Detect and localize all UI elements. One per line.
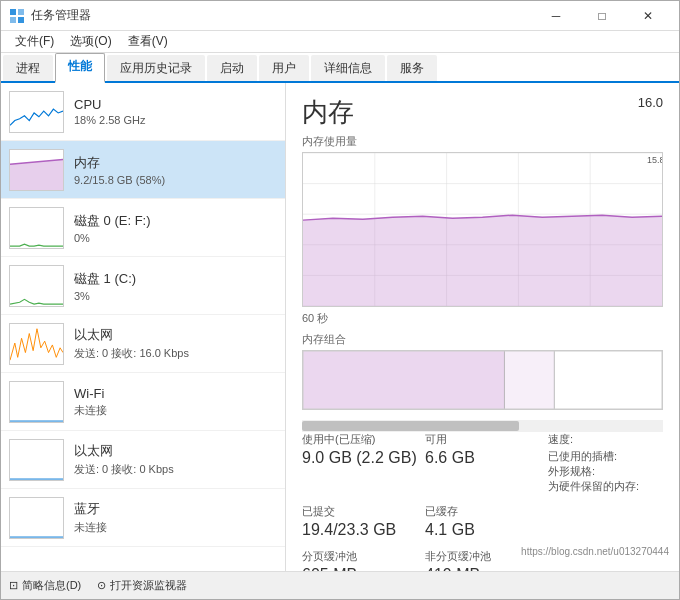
eth1-info: 以太网 发送: 0 接收: 0 Kbps — [74, 442, 277, 477]
sidebar-item-eth0[interactable]: 以太网 发送: 0 接收: 16.0 Kbps — [1, 315, 285, 373]
stat-available: 可用 6.6 GB — [425, 432, 540, 494]
sidebar-item-disk1[interactable]: 磁盘 1 (C:) 3% — [1, 257, 285, 315]
url-watermark: https://blog.csdn.net/u013270444 — [521, 546, 669, 557]
stat-paged-pool: 分页缓冲池 605 MB — [302, 549, 417, 571]
resource-monitor-button[interactable]: ⊙ 打开资源监视器 — [97, 578, 187, 593]
compact-view-button[interactable]: ⊡ 简略信息(D) — [9, 578, 81, 593]
menu-file[interactable]: 文件(F) — [7, 31, 62, 52]
stat-speed-sub3: 为硬件保留的内存: — [548, 479, 663, 494]
disk0-chart-mini — [9, 207, 64, 249]
disk0-detail: 0% — [74, 232, 277, 244]
maximize-button[interactable]: □ — [579, 1, 625, 31]
tab-performance[interactable]: 性能 — [55, 53, 105, 83]
cpu-chart-mini — [9, 91, 64, 133]
title-text: 任务管理器 — [31, 7, 91, 24]
svg-rect-26 — [504, 351, 554, 409]
sidebar-item-bt[interactable]: 蓝牙 未连接 — [1, 489, 285, 547]
bt-chart-mini — [9, 497, 64, 539]
bt-label: 蓝牙 — [74, 500, 277, 518]
eth1-detail: 发送: 0 接收: 0 Kbps — [74, 462, 277, 477]
eth0-detail: 发送: 0 接收: 16.0 Kbps — [74, 346, 277, 361]
mem-label: 内存 — [74, 154, 277, 172]
svg-rect-25 — [303, 351, 504, 409]
stat-paged-value: 605 MB — [302, 566, 417, 571]
mem-detail: 9.2/15.8 GB (58%) — [74, 174, 277, 186]
sidebar-item-memory[interactable]: 内存 9.2/15.8 GB (58%) — [1, 141, 285, 199]
tab-users[interactable]: 用户 — [259, 55, 309, 81]
stat-speed-info: 速度: 已使用的插槽: 外形规格: 为硬件保留的内存: — [548, 432, 663, 494]
stat-speed-sub2: 外形规格: — [548, 464, 663, 479]
disk0-label: 磁盘 0 (E: F:) — [74, 212, 277, 230]
tab-app-history[interactable]: 应用历史记录 — [107, 55, 205, 81]
disk1-info: 磁盘 1 (C:) 3% — [74, 270, 277, 302]
right-panel: 内存 16.0 内存使用量 — [286, 83, 679, 571]
svg-rect-3 — [18, 17, 24, 23]
disk1-detail: 3% — [74, 290, 277, 302]
main-content: CPU 18% 2.58 GHz 内存 9.2/15.8 GB (58%) — [1, 83, 679, 571]
stat-empty — [548, 504, 663, 539]
svg-rect-10 — [10, 382, 63, 422]
bt-info: 蓝牙 未连接 — [74, 500, 277, 535]
sidebar-item-disk0[interactable]: 磁盘 0 (E: F:) 0% — [1, 199, 285, 257]
window-controls: ─ □ ✕ — [533, 1, 671, 31]
svg-rect-1 — [18, 9, 24, 15]
close-button[interactable]: ✕ — [625, 1, 671, 31]
sidebar: CPU 18% 2.58 GHz 内存 9.2/15.8 GB (58%) — [1, 83, 286, 571]
bottom-bar: ⊡ 简略信息(D) ⊙ 打开资源监视器 — [1, 571, 679, 599]
eth0-label: 以太网 — [74, 326, 277, 344]
time-label: 60 秒 — [302, 311, 663, 326]
title-bar-left: 任务管理器 — [9, 7, 91, 24]
disk1-chart-mini — [9, 265, 64, 307]
stat-in-use-value: 9.0 GB (2.2 GB) — [302, 449, 417, 467]
tab-details[interactable]: 详细信息 — [311, 55, 385, 81]
eth0-info: 以太网 发送: 0 接收: 16.0 Kbps — [74, 326, 277, 361]
cpu-label: CPU — [74, 97, 277, 112]
stat-speed-label: 速度: — [548, 432, 663, 447]
panel-title: 内存 — [302, 95, 354, 130]
menu-view[interactable]: 查看(V) — [120, 31, 176, 52]
stat-cached: 已缓存 4.1 GB — [425, 504, 540, 539]
minimize-button[interactable]: ─ — [533, 1, 579, 31]
sidebar-item-cpu[interactable]: CPU 18% 2.58 GHz — [1, 83, 285, 141]
stat-nonpaged-value: 419 MB — [425, 566, 540, 571]
compact-label: 简略信息(D) — [22, 578, 81, 593]
svg-rect-4 — [10, 92, 63, 132]
stat-cached-label: 已缓存 — [425, 504, 540, 519]
mem-chart-mini — [9, 149, 64, 191]
cpu-info: CPU 18% 2.58 GHz — [74, 97, 277, 126]
cpu-detail: 18% 2.58 GHz — [74, 114, 277, 126]
app-icon — [9, 8, 25, 24]
tab-services[interactable]: 服务 — [387, 55, 437, 81]
menu-bar: 文件(F) 选项(O) 查看(V) — [1, 31, 679, 53]
tab-startup[interactable]: 启动 — [207, 55, 257, 81]
bt-detail: 未连接 — [74, 520, 277, 535]
sidebar-item-eth1[interactable]: 以太网 发送: 0 接收: 0 Kbps — [1, 431, 285, 489]
svg-rect-12 — [10, 498, 63, 538]
menu-options[interactable]: 选项(O) — [62, 31, 119, 52]
stat-speed-sub1: 已使用的插槽: — [548, 449, 663, 464]
panel-header: 内存 16.0 — [302, 95, 663, 130]
tab-process[interactable]: 进程 — [3, 55, 53, 81]
task-manager-window: 任务管理器 ─ □ ✕ 文件(F) 选项(O) 查看(V) 进程 性能 应用历史… — [0, 0, 680, 600]
h-scrollbar[interactable] — [302, 420, 663, 432]
h-scrollbar-thumb[interactable] — [302, 421, 519, 431]
svg-text:15.8: 15.8 — [647, 155, 662, 165]
tab-bar: 进程 性能 应用历史记录 启动 用户 详细信息 服务 — [1, 53, 679, 83]
stat-committed: 已提交 19.4/23.3 GB — [302, 504, 417, 539]
stat-cached-value: 4.1 GB — [425, 521, 540, 539]
memory-usage-graph: 15.8 — [302, 152, 663, 307]
stat-in-use: 使用中(已压缩) 9.0 GB (2.2 GB) — [302, 432, 417, 494]
wifi-detail: 未连接 — [74, 403, 277, 418]
svg-rect-2 — [10, 17, 16, 23]
stat-committed-label: 已提交 — [302, 504, 417, 519]
memory-graph-label: 内存使用量 — [302, 134, 663, 149]
monitor-label: 打开资源监视器 — [110, 578, 187, 593]
title-bar: 任务管理器 ─ □ ✕ — [1, 1, 679, 31]
stat-in-use-label: 使用中(已压缩) — [302, 432, 417, 447]
panel-header-value: 16.0 — [638, 95, 663, 110]
monitor-icon: ⊙ — [97, 579, 106, 592]
stat-available-value: 6.6 GB — [425, 449, 540, 467]
sidebar-item-wifi[interactable]: Wi-Fi 未连接 — [1, 373, 285, 431]
svg-rect-0 — [10, 9, 16, 15]
eth0-chart-mini — [9, 323, 64, 365]
